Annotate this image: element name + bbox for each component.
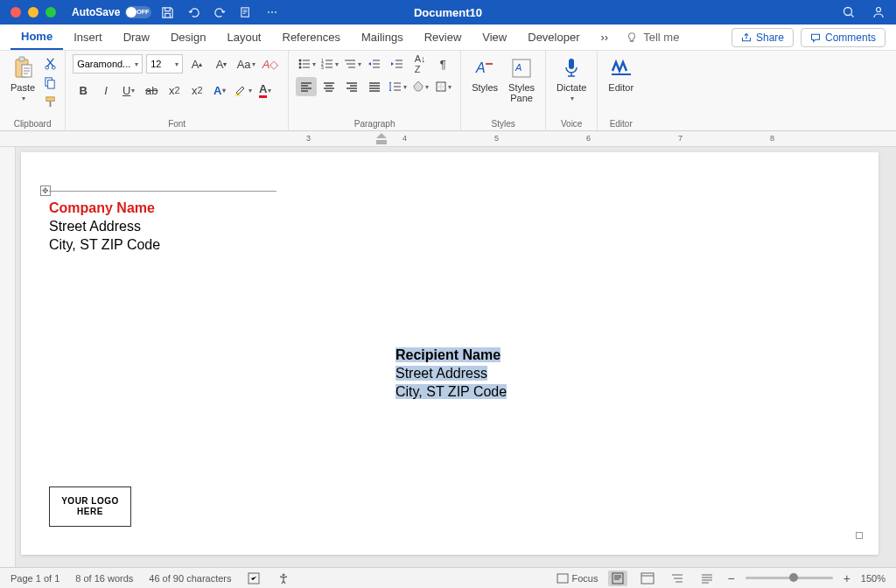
shading-icon[interactable]: ▾ [410,77,430,96]
strike-button[interactable]: ab [141,80,162,100]
sort-icon[interactable]: A↓Z [410,54,430,74]
borders-icon[interactable]: ▾ [432,77,453,96]
recipient-address[interactable]: Recipient Name Street Address City, ST Z… [396,346,507,401]
zoom-in-button[interactable]: + [844,571,850,585]
tab-draw[interactable]: Draw [113,24,160,50]
maximize-window[interactable] [46,7,56,18]
close-window[interactable] [10,7,21,18]
styles-pane-button[interactable]: A Styles Pane [505,54,538,105]
font-name-select[interactable]: Garamond...▾ [73,54,143,74]
window-controls [10,7,56,18]
svg-text:3: 3 [321,65,324,70]
show-marks-icon[interactable]: ¶ [432,54,453,74]
tab-overflow[interactable]: ›› [591,24,620,50]
redo-icon[interactable] [213,5,227,19]
align-right-icon[interactable] [341,77,362,96]
tab-layout[interactable]: Layout [216,24,271,50]
accessibility-icon[interactable] [277,572,290,584]
line-spacing-icon[interactable]: ▾ [387,77,408,96]
grow-font-icon[interactable]: A▴ [186,54,207,74]
draft-view-icon[interactable] [697,570,717,586]
comments-button[interactable]: Comments [801,28,886,47]
svg-rect-26 [612,573,623,584]
tab-insert[interactable]: Insert [63,24,113,50]
word-count[interactable]: 8 of 16 words [75,573,133,584]
focus-mode[interactable]: Focus [556,573,598,584]
spell-check-icon[interactable] [248,572,262,584]
svg-point-14 [298,66,301,69]
horizontal-ruler[interactable]: 3 4 5 6 7 8 [0,131,896,147]
zoom-out-button[interactable]: − [727,571,734,585]
italic-button[interactable]: I [95,80,116,100]
numbering-icon[interactable]: 123▾ [318,54,340,74]
minimize-window[interactable] [28,7,38,18]
group-paragraph: ▾ 123▾ ▾ A↓Z ¶ ▾ ▾ ▾ Paragraph [289,51,461,130]
vertical-ruler[interactable] [0,147,16,567]
shrink-font-icon[interactable]: A▾ [211,54,232,74]
paste-button[interactable]: Paste ▾ [7,54,38,104]
editor-button[interactable]: Editor [605,54,637,94]
tab-design[interactable]: Design [160,24,216,50]
tell-me[interactable]: Tell me [626,31,679,44]
format-painter-icon[interactable] [42,94,58,108]
multilevel-icon[interactable]: ▾ [341,54,362,74]
web-layout-view-icon[interactable] [638,570,657,586]
sender-city: City, ST ZIP Code [49,236,160,255]
subscript-button[interactable]: x2 [164,80,185,100]
svg-rect-9 [47,80,54,88]
share-button[interactable]: Share [732,28,794,47]
ribbon-tabs: Home Insert Draw Design Layout Reference… [0,24,896,51]
change-case-icon[interactable]: Aa▾ [235,54,256,74]
logo-placeholder[interactable]: YOUR LOGO HERE [49,486,131,527]
text-effects-icon[interactable]: A▾ [209,80,230,100]
search-icon[interactable] [842,5,856,19]
justify-icon[interactable] [364,77,385,96]
increase-indent-icon[interactable] [387,54,408,74]
align-center-icon[interactable] [318,77,340,96]
copy-icon[interactable] [42,75,58,89]
tab-developer[interactable]: Developer [517,24,590,50]
zoom-level[interactable]: 150% [861,573,886,584]
share-icon [741,32,752,43]
resize-handle-icon[interactable] [856,532,863,539]
font-color-icon[interactable]: A▾ [255,80,276,100]
svg-point-1 [844,8,852,16]
indent-marker-icon[interactable] [376,133,387,145]
tab-view[interactable]: View [472,24,517,50]
tab-home[interactable]: Home [10,24,63,50]
bold-button[interactable]: B [73,80,94,100]
cut-icon[interactable] [42,56,58,70]
undo-icon[interactable] [186,5,200,19]
lightbulb-icon [626,32,638,44]
bullets-icon[interactable]: ▾ [296,54,317,74]
svg-text:A: A [475,60,486,75]
tab-references[interactable]: References [272,24,351,50]
zoom-slider[interactable] [746,577,833,579]
superscript-button[interactable]: x2 [186,80,207,100]
align-left-icon[interactable] [296,77,317,96]
tab-mailings[interactable]: Mailings [351,24,414,50]
dictate-button[interactable]: Dictate ▾ [553,54,590,104]
sender-address[interactable]: Company Name Street Address City, ST ZIP… [49,200,160,254]
more-icon[interactable]: ⋯ [265,5,279,19]
account-icon[interactable] [872,5,886,19]
outline-view-icon[interactable] [668,570,687,586]
decrease-indent-icon[interactable] [364,54,385,74]
tab-review[interactable]: Review [414,24,472,50]
char-count[interactable]: 46 of 90 characters [149,573,231,584]
toggle-switch[interactable]: OFF [125,6,151,18]
group-clipboard: Paste ▾ Clipboard [0,51,66,130]
page-count[interactable]: Page 1 of 1 [10,573,60,584]
highlight-icon[interactable]: ▾ [232,80,253,100]
group-font: Garamond...▾ 12▾ A▴ A▾ Aa▾ A◇ B I U▾ ab … [66,51,289,130]
save-icon[interactable] [160,5,174,19]
font-size-select[interactable]: 12▾ [146,54,183,74]
autosave-toggle[interactable]: AutoSave OFF [72,6,151,18]
autosave-label: AutoSave [72,6,120,18]
underline-button[interactable]: U▾ [118,80,139,100]
styles-button[interactable]: A Styles [468,54,501,94]
document-page[interactable]: ✥ Company Name Street Address City, ST Z… [21,152,878,555]
clear-format-icon[interactable]: A◇ [260,54,281,74]
print-layout-view-icon[interactable] [608,570,627,586]
template-icon[interactable] [239,5,253,19]
